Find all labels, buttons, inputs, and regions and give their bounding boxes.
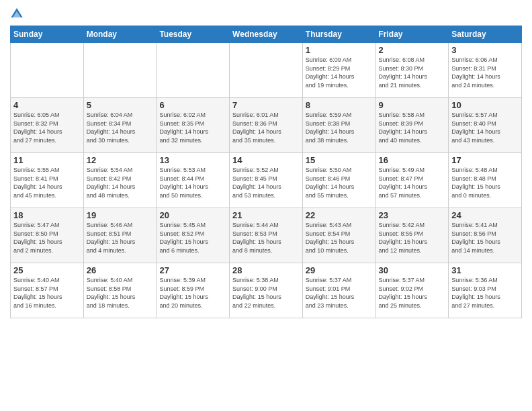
calendar-cell: 19Sunrise: 5:46 AM Sunset: 8:51 PM Dayli… [83,208,157,263]
day-info: Sunrise: 5:52 AM Sunset: 8:45 PM Dayligh… [232,166,300,199]
day-number: 19 [87,210,154,220]
calendar-cell: 5Sunrise: 6:04 AM Sunset: 8:34 PM Daylig… [83,98,157,153]
calendar-header-thursday: Thursday [302,26,375,43]
calendar-cell: 25Sunrise: 5:40 AM Sunset: 8:57 PM Dayli… [11,263,84,318]
day-number: 6 [159,100,226,110]
day-info: Sunrise: 5:39 AM Sunset: 8:59 PM Dayligh… [159,276,226,310]
calendar-table: SundayMondayTuesdayWednesdayThursdayFrid… [10,26,522,318]
calendar-week-3: 11Sunrise: 5:55 AM Sunset: 8:41 PM Dayli… [11,153,522,208]
day-info: Sunrise: 5:38 AM Sunset: 9:00 PM Dayligh… [232,276,300,310]
calendar-cell: 29Sunrise: 5:37 AM Sunset: 9:01 PM Dayli… [302,263,375,318]
day-info: Sunrise: 5:42 AM Sunset: 8:55 PM Dayligh… [379,221,446,255]
calendar-header-tuesday: Tuesday [157,26,230,43]
day-info: Sunrise: 5:55 AM Sunset: 8:41 PM Dayligh… [13,166,81,199]
calendar-cell: 3Sunrise: 6:06 AM Sunset: 8:31 PM Daylig… [449,43,522,98]
calendar-header-row: SundayMondayTuesdayWednesdayThursdayFrid… [11,26,522,43]
day-info: Sunrise: 5:43 AM Sunset: 8:54 PM Dayligh… [306,221,373,255]
day-number: 22 [306,210,373,220]
calendar-cell [83,43,157,98]
day-number: 7 [232,100,300,110]
calendar-week-5: 25Sunrise: 5:40 AM Sunset: 8:57 PM Dayli… [11,263,522,318]
day-info: Sunrise: 5:47 AM Sunset: 8:50 PM Dayligh… [13,221,81,255]
calendar-cell [230,43,303,98]
calendar-header-sunday: Sunday [11,26,84,43]
calendar-cell: 27Sunrise: 5:39 AM Sunset: 8:59 PM Dayli… [157,263,230,318]
calendar-cell: 2Sunrise: 6:08 AM Sunset: 8:30 PM Daylig… [375,43,449,98]
calendar-cell: 26Sunrise: 5:40 AM Sunset: 8:58 PM Dayli… [83,263,157,318]
day-number: 3 [451,45,519,55]
day-info: Sunrise: 6:02 AM Sunset: 8:35 PM Dayligh… [159,111,226,144]
day-number: 12 [87,155,154,165]
day-info: Sunrise: 5:44 AM Sunset: 8:53 PM Dayligh… [232,221,300,255]
day-number: 5 [87,100,154,110]
day-number: 1 [306,45,373,55]
day-info: Sunrise: 5:54 AM Sunset: 8:42 PM Dayligh… [87,166,154,199]
day-number: 28 [232,265,300,275]
day-info: Sunrise: 5:45 AM Sunset: 8:52 PM Dayligh… [159,221,226,255]
calendar-cell: 30Sunrise: 5:37 AM Sunset: 9:02 PM Dayli… [375,263,449,318]
calendar-cell [157,43,230,98]
day-info: Sunrise: 5:46 AM Sunset: 8:51 PM Dayligh… [87,221,154,255]
page: SundayMondayTuesdayWednesdayThursdayFrid… [0,0,532,411]
day-number: 8 [306,100,373,110]
day-number: 23 [379,210,446,220]
day-number: 29 [306,265,373,275]
day-number: 20 [159,210,226,220]
calendar-header-monday: Monday [83,26,157,43]
calendar-cell: 11Sunrise: 5:55 AM Sunset: 8:41 PM Dayli… [11,153,84,208]
calendar-cell: 16Sunrise: 5:49 AM Sunset: 8:47 PM Dayli… [375,153,449,208]
day-info: Sunrise: 5:40 AM Sunset: 8:57 PM Dayligh… [13,276,81,310]
day-number: 27 [159,265,226,275]
day-number: 9 [379,100,446,110]
day-info: Sunrise: 6:06 AM Sunset: 8:31 PM Dayligh… [451,56,519,89]
day-number: 10 [451,100,519,110]
day-info: Sunrise: 5:48 AM Sunset: 8:48 PM Dayligh… [451,166,519,199]
calendar-cell: 22Sunrise: 5:43 AM Sunset: 8:54 PM Dayli… [302,208,375,263]
day-info: Sunrise: 5:57 AM Sunset: 8:40 PM Dayligh… [451,111,519,144]
day-info: Sunrise: 6:01 AM Sunset: 8:36 PM Dayligh… [232,111,300,144]
day-number: 17 [451,155,519,165]
calendar-week-1: 1Sunrise: 6:09 AM Sunset: 8:29 PM Daylig… [11,43,522,98]
calendar-cell: 6Sunrise: 6:02 AM Sunset: 8:35 PM Daylig… [157,98,230,153]
day-info: Sunrise: 5:49 AM Sunset: 8:47 PM Dayligh… [379,166,446,199]
calendar-cell [11,43,84,98]
calendar-cell: 24Sunrise: 5:41 AM Sunset: 8:56 PM Dayli… [449,208,522,263]
calendar-header-wednesday: Wednesday [230,26,303,43]
calendar-cell: 14Sunrise: 5:52 AM Sunset: 8:45 PM Dayli… [230,153,303,208]
day-info: Sunrise: 5:58 AM Sunset: 8:39 PM Dayligh… [379,111,446,144]
day-info: Sunrise: 6:08 AM Sunset: 8:30 PM Dayligh… [379,56,446,89]
calendar-cell: 15Sunrise: 5:50 AM Sunset: 8:46 PM Dayli… [302,153,375,208]
calendar-cell: 17Sunrise: 5:48 AM Sunset: 8:48 PM Dayli… [449,153,522,208]
day-number: 30 [379,265,446,275]
day-number: 13 [159,155,226,165]
day-info: Sunrise: 5:36 AM Sunset: 9:03 PM Dayligh… [451,276,519,310]
calendar-week-4: 18Sunrise: 5:47 AM Sunset: 8:50 PM Dayli… [11,208,522,263]
day-info: Sunrise: 6:04 AM Sunset: 8:34 PM Dayligh… [87,111,154,144]
day-number: 21 [232,210,300,220]
logo-icon [10,7,24,20]
day-number: 11 [13,155,81,165]
calendar-cell: 21Sunrise: 5:44 AM Sunset: 8:53 PM Dayli… [230,208,303,263]
calendar-cell: 1Sunrise: 6:09 AM Sunset: 8:29 PM Daylig… [302,43,375,98]
day-number: 4 [13,100,81,110]
day-info: Sunrise: 6:05 AM Sunset: 8:32 PM Dayligh… [13,111,81,144]
calendar-cell: 31Sunrise: 5:36 AM Sunset: 9:03 PM Dayli… [449,263,522,318]
calendar-header-friday: Friday [375,26,449,43]
calendar-cell: 20Sunrise: 5:45 AM Sunset: 8:52 PM Dayli… [157,208,230,263]
day-info: Sunrise: 5:37 AM Sunset: 9:01 PM Dayligh… [306,276,373,310]
calendar-cell: 9Sunrise: 5:58 AM Sunset: 8:39 PM Daylig… [375,98,449,153]
calendar-cell: 18Sunrise: 5:47 AM Sunset: 8:50 PM Dayli… [11,208,84,263]
day-number: 31 [451,265,519,275]
day-number: 2 [379,45,446,55]
calendar-cell: 13Sunrise: 5:53 AM Sunset: 8:44 PM Dayli… [157,153,230,208]
day-info: Sunrise: 5:37 AM Sunset: 9:02 PM Dayligh… [379,276,446,310]
calendar-week-2: 4Sunrise: 6:05 AM Sunset: 8:32 PM Daylig… [11,98,522,153]
calendar-cell: 7Sunrise: 6:01 AM Sunset: 8:36 PM Daylig… [230,98,303,153]
day-info: Sunrise: 5:53 AM Sunset: 8:44 PM Dayligh… [159,166,226,199]
day-info: Sunrise: 6:09 AM Sunset: 8:29 PM Dayligh… [306,56,373,89]
day-info: Sunrise: 5:41 AM Sunset: 8:56 PM Dayligh… [451,221,519,255]
day-info: Sunrise: 5:40 AM Sunset: 8:58 PM Dayligh… [87,276,154,310]
day-number: 14 [232,155,300,165]
day-number: 24 [451,210,519,220]
day-number: 16 [379,155,446,165]
